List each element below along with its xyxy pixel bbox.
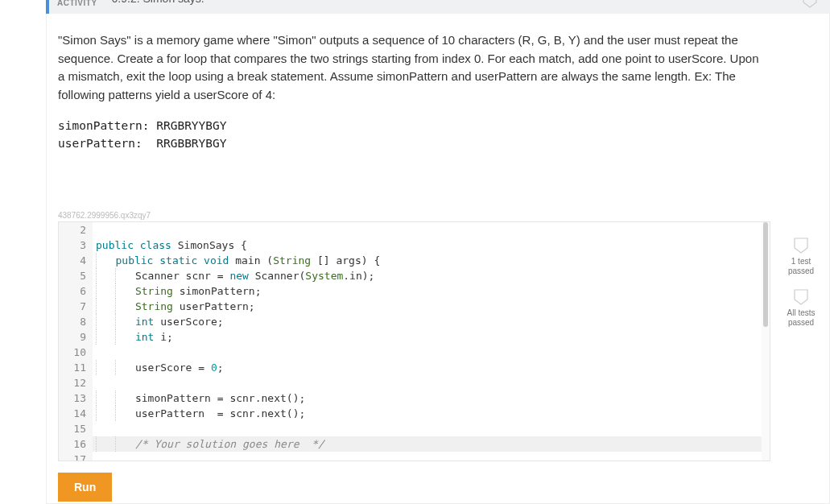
- code-line[interactable]: userScore = 0;: [93, 360, 762, 375]
- code-line[interactable]: [93, 452, 762, 461]
- status-text: All tests: [781, 308, 821, 318]
- code-line[interactable]: Scanner scnr = new Scanner(System.in);: [93, 268, 762, 283]
- code-line[interactable]: public class SimonSays {: [93, 238, 762, 253]
- code-line[interactable]: int i;: [93, 329, 762, 345]
- activity-header: ACTIVITY 6.9.2: Simon says.: [46, 0, 830, 14]
- status-text: passed: [781, 266, 821, 276]
- problem-description: "Simon Says" is a memory game where "Sim…: [58, 31, 766, 104]
- test-status-1: 1 test passed: [781, 238, 821, 276]
- status-text: passed: [781, 318, 821, 328]
- code-line[interactable]: simonPattern = scnr.next();: [93, 390, 762, 406]
- code-line[interactable]: [93, 421, 762, 436]
- code-area[interactable]: public class SimonSays { public static v…: [93, 222, 762, 461]
- test-status-column: 1 test passed All tests passed: [781, 238, 821, 341]
- shield-icon: [803, 0, 817, 10]
- code-line[interactable]: userPattern = scnr.next();: [93, 406, 762, 421]
- code-line[interactable]: [93, 222, 762, 238]
- code-line[interactable]: String userPattern;: [93, 299, 762, 314]
- line-gutter: 234567891011121314151617: [59, 222, 93, 461]
- shield-icon: [794, 238, 808, 254]
- code-line[interactable]: public static void main (String [] args)…: [93, 253, 762, 268]
- activity-label: ACTIVITY: [57, 0, 97, 7]
- content-panel: "Simon Says" is a memory game where "Sim…: [46, 14, 830, 504]
- run-button[interactable]: Run: [58, 473, 112, 502]
- status-text: 1 test: [781, 257, 821, 266]
- code-editor[interactable]: 234567891011121314151617 public class Si…: [58, 221, 770, 461]
- code-line[interactable]: [93, 345, 762, 360]
- code-line[interactable]: /* Your solution goes here */: [93, 436, 762, 452]
- example-patterns: simonPattern: RRGBRYYBGY userPattern: RR…: [58, 117, 818, 153]
- activity-title: 6.9.2: Simon says.: [112, 0, 204, 5]
- vertical-scrollbar[interactable]: [762, 222, 770, 461]
- question-id: 438762.2999956.qx3zqy7: [58, 211, 818, 220]
- code-line[interactable]: String simonPattern;: [93, 283, 762, 299]
- test-status-2: All tests passed: [781, 289, 821, 328]
- code-line[interactable]: [93, 375, 762, 390]
- code-line[interactable]: int userScore;: [93, 314, 762, 329]
- shield-icon: [794, 289, 808, 305]
